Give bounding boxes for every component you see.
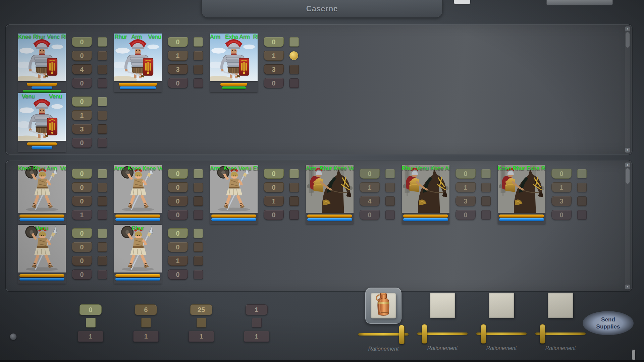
stat-button[interactable] (481, 210, 491, 220)
resource-unit-button[interactable]: 1 (133, 331, 159, 342)
stat-button[interactable] (98, 270, 107, 279)
unit-card[interactable]: Rhur Arm Venu (114, 34, 162, 93)
stat-button[interactable] (289, 210, 299, 220)
page-scrollbar-thumb[interactable] (632, 350, 635, 360)
health-bar (32, 146, 52, 149)
stat-button[interactable] (194, 169, 203, 178)
scroll-thumb[interactable] (626, 168, 630, 184)
stat-button[interactable] (577, 210, 587, 220)
stat-button[interactable] (194, 78, 203, 88)
stat-button[interactable] (385, 183, 395, 192)
resource-square-button[interactable] (141, 318, 151, 327)
scroll-up-icon[interactable]: ▲ (625, 163, 630, 167)
stat-button[interactable] (98, 78, 107, 88)
stat-button[interactable] (194, 256, 203, 265)
stat-button[interactable] (385, 169, 395, 178)
stat-button[interactable] (481, 196, 491, 206)
partial-button-small[interactable] (454, 0, 470, 4)
unit-card[interactable]: Arm Exha Arm Rhur (210, 34, 258, 93)
stat-button[interactable] (481, 183, 491, 192)
stat-button[interactable] (98, 124, 107, 134)
stat-button[interactable] (98, 183, 107, 192)
scroll-up-icon[interactable]: ▲ (625, 26, 630, 31)
radio-indicator[interactable] (10, 333, 17, 340)
stat-button[interactable] (98, 111, 107, 120)
stat-button[interactable] (98, 169, 107, 178)
slider-handle[interactable] (399, 325, 405, 344)
stat-button[interactable] (577, 169, 587, 178)
unit-card[interactable]: Arm Rhur Knee Venu (306, 165, 354, 225)
supply-slot[interactable] (543, 288, 578, 323)
stat-value: 0 (167, 269, 188, 280)
supply-slot-inner (371, 293, 396, 318)
stat-button[interactable] (98, 229, 107, 238)
resource-square-button[interactable] (86, 318, 96, 327)
stat-button[interactable] (98, 210, 107, 220)
supply-slot[interactable] (425, 288, 460, 323)
resource-square-button[interactable] (252, 318, 262, 327)
stat-button[interactable] (289, 65, 299, 74)
resource-unit-button[interactable]: 1 (189, 331, 214, 342)
unit-card[interactable]: Venu Venu (18, 93, 66, 153)
slider-handle[interactable] (481, 324, 486, 344)
stat-button[interactable] (194, 242, 203, 252)
resource-unit-button[interactable]: 1 (78, 331, 103, 342)
panel-scrollbar[interactable]: ▲ ▼ (625, 26, 630, 153)
ration-slider[interactable] (476, 323, 527, 344)
unit-card[interactable]: Arm Knee Venu Exha (210, 165, 258, 225)
stat-button[interactable] (194, 270, 203, 279)
ration-slider[interactable] (417, 323, 468, 344)
unit-stat-column: 0 1 3 0 (455, 169, 491, 225)
stat-button[interactable] (577, 183, 587, 192)
stat-button[interactable] (577, 196, 587, 206)
stat-button[interactable] (194, 183, 203, 192)
stat-button[interactable] (98, 138, 107, 147)
stat-button[interactable] (194, 210, 203, 220)
stat-button[interactable] (98, 242, 107, 252)
unit-card[interactable]: Knee Rhur Venc Rhur (18, 34, 66, 93)
partial-button-large[interactable] (546, 0, 613, 5)
unit-card[interactable]: Knee Rhur Arm Venu (18, 165, 66, 225)
stat-value: 1 (263, 196, 284, 206)
stat-button[interactable] (98, 51, 107, 60)
stat-button[interactable] (194, 65, 203, 74)
stat-button[interactable] (98, 256, 107, 265)
resource-unit-button[interactable]: 1 (244, 331, 269, 342)
stat-button[interactable] (385, 210, 395, 220)
unit-card[interactable]: Venu (18, 225, 66, 285)
stat-button[interactable] (289, 51, 298, 60)
stat-button[interactable] (98, 97, 107, 106)
action-bar (211, 215, 256, 218)
stat-button[interactable] (98, 196, 107, 206)
stat-button[interactable] (289, 37, 299, 47)
ration-slider[interactable] (358, 324, 409, 345)
resource-square-button[interactable] (197, 318, 206, 327)
scroll-down-icon[interactable]: ▼ (625, 285, 630, 289)
send-supplies-button[interactable]: Send Supplies (583, 311, 634, 335)
stat-button[interactable] (289, 196, 299, 206)
unit-art-icon (306, 165, 354, 213)
stat-button[interactable] (289, 78, 299, 88)
supply-slot[interactable] (365, 288, 401, 324)
ration-slider[interactable] (535, 323, 586, 344)
stat-button[interactable] (481, 169, 491, 178)
unit-card[interactable]: Rhur (114, 225, 162, 285)
unit-card[interactable]: Knee Rhur Exha Rhur (498, 165, 545, 225)
stat-button[interactable] (194, 229, 203, 238)
slider-handle[interactable] (422, 324, 427, 344)
stat-button[interactable] (289, 183, 299, 192)
scroll-thumb[interactable] (626, 32, 630, 48)
stat-button[interactable] (98, 37, 107, 47)
stat-button[interactable] (289, 169, 299, 178)
supply-slot[interactable] (484, 288, 519, 323)
panel-scrollbar[interactable]: ▲ ▼ (625, 162, 630, 290)
stat-button[interactable] (385, 196, 395, 206)
scroll-down-icon[interactable]: ▼ (625, 148, 630, 153)
slider-handle[interactable] (540, 324, 545, 344)
stat-button[interactable] (98, 65, 107, 74)
stat-button[interactable] (194, 196, 203, 206)
unit-card[interactable]: Arm Knee Knee Venu (114, 165, 162, 225)
unit-card[interactable]: Rhur Venu Knee Arm (402, 165, 449, 225)
stat-button[interactable] (194, 51, 203, 60)
stat-button[interactable] (194, 37, 203, 47)
